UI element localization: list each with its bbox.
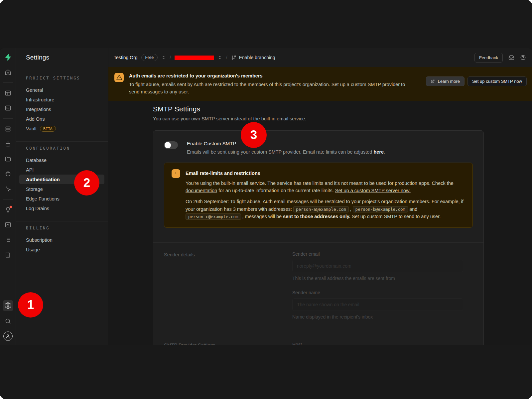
smtp-settings-page: SMTP Settings You can use your own SMTP … bbox=[108, 101, 532, 345]
table-editor-icon[interactable] bbox=[3, 88, 13, 98]
toggle-knob bbox=[165, 142, 171, 148]
banner-actions: Learn more Set up custom SMTP now bbox=[426, 76, 527, 86]
search-icon[interactable] bbox=[3, 317, 13, 326]
notification-dot bbox=[9, 205, 12, 208]
annotation-badge-1: 1 bbox=[18, 292, 43, 318]
header-actions: Feedback bbox=[474, 53, 526, 63]
sender-details-section: Sender details Sender email This is the … bbox=[153, 243, 483, 333]
email-chip: person-c@example.com bbox=[186, 213, 241, 220]
advisors-icon[interactable] bbox=[3, 205, 13, 214]
user-avatar[interactable] bbox=[3, 332, 13, 341]
sidebar-item-general[interactable]: General bbox=[19, 85, 104, 95]
rate-limits-notice: Email rate-limits and restrictions You'r… bbox=[164, 163, 473, 228]
rate-limits-title: Email rate-limits and restrictions bbox=[186, 171, 465, 176]
alert-exclamation-icon bbox=[172, 169, 180, 178]
sidebar-item-infrastructure[interactable]: Infrastructure bbox=[19, 95, 104, 104]
chevrons-up-down-icon[interactable] bbox=[217, 55, 222, 60]
setup-smtp-button[interactable]: Set up custom SMTP now bbox=[467, 76, 527, 86]
sidebar-item-log-drains[interactable]: Log Drains bbox=[19, 203, 104, 213]
reports-icon[interactable] bbox=[3, 220, 13, 229]
nav-project-settings: PROJECT SETTINGS General Infrastructure … bbox=[16, 67, 108, 133]
page-title: SMTP Settings bbox=[153, 105, 532, 113]
sidebar-item-add-ons[interactable]: Add Ons bbox=[19, 114, 104, 124]
project-name-redacted[interactable] bbox=[175, 56, 214, 60]
sidebar-item-edge-functions[interactable]: Edge Functions bbox=[19, 194, 104, 203]
smtp-settings-card: Enable Custom SMTP Emails will be sent u… bbox=[153, 130, 484, 345]
nav-billing: BILLING Subscription Usage bbox=[16, 221, 108, 254]
edge-functions-icon[interactable] bbox=[3, 169, 13, 179]
rail-divider bbox=[3, 82, 13, 83]
enable-custom-smtp-toggle[interactable] bbox=[164, 141, 178, 149]
settings-icon[interactable] bbox=[3, 300, 13, 311]
inbox-icon[interactable] bbox=[508, 55, 514, 61]
annotation-badge-3: 3 bbox=[241, 122, 267, 148]
email-chip: person-b@example.com bbox=[353, 206, 408, 212]
supabase-logo-icon[interactable] bbox=[3, 53, 13, 62]
banner-text: Auth emails are restricted to your organ… bbox=[129, 72, 421, 96]
rail-divider bbox=[3, 199, 13, 200]
external-link-icon bbox=[431, 79, 435, 83]
help-icon[interactable] bbox=[520, 55, 526, 61]
git-branch-icon bbox=[231, 55, 236, 60]
auth-restriction-banner: Auth emails are restricted to your organ… bbox=[108, 67, 532, 101]
section-label: PROJECT SETTINGS bbox=[26, 76, 108, 80]
rate-limits-link[interactable]: here bbox=[373, 149, 384, 155]
org-name[interactable]: Testing Org bbox=[114, 55, 138, 60]
sidebar-item-integrations[interactable]: Integrations bbox=[19, 104, 104, 114]
sender-name-label: Sender name bbox=[292, 290, 473, 295]
toggle-description: Emails will be sent using your custom SM… bbox=[187, 149, 385, 155]
breadcrumb-bar: Testing Org Free / / Enable branching bbox=[108, 48, 532, 67]
banner-body: To fight abuse, emails sent by Auth are … bbox=[129, 81, 415, 96]
beta-badge: BETA bbox=[40, 126, 56, 132]
sidebar-item-subscription[interactable]: Subscription bbox=[19, 235, 104, 245]
icon-rail bbox=[0, 48, 16, 345]
learn-more-button[interactable]: Learn more bbox=[426, 76, 464, 86]
rate-limits-paragraph-2: On 26th September: To fight abuse, Auth … bbox=[186, 198, 465, 220]
warning-triangle-icon bbox=[114, 73, 124, 82]
sender-email-input[interactable] bbox=[292, 260, 463, 272]
section-label: BILLING bbox=[26, 226, 108, 230]
email-chip: person-a@example.com bbox=[293, 206, 349, 212]
sender-name-help: Name displayed in the recipient's inbox bbox=[292, 314, 473, 320]
rail-divider bbox=[3, 118, 13, 119]
app-window: Settings PROJECT SETTINGS General Infras… bbox=[0, 48, 532, 345]
home-icon[interactable] bbox=[3, 67, 13, 77]
api-docs-icon[interactable] bbox=[3, 250, 13, 259]
breadcrumb-separator: / bbox=[226, 55, 227, 60]
rate-limits-paragraph-1: You're using the built-in email service.… bbox=[186, 180, 465, 195]
documentation-link[interactable]: documentation bbox=[186, 188, 217, 193]
storage-icon[interactable] bbox=[3, 154, 13, 164]
auth-icon[interactable] bbox=[3, 139, 13, 149]
smtp-provider-section: SMTP Provider Settings Host bbox=[153, 333, 483, 345]
chevrons-up-down-icon[interactable] bbox=[161, 55, 166, 60]
sidebar-title: Settings bbox=[16, 48, 108, 67]
breadcrumb: Testing Org Free / / Enable branching bbox=[114, 54, 275, 61]
enable-branching-button[interactable]: Enable branching bbox=[231, 55, 275, 60]
sql-editor-icon[interactable] bbox=[3, 103, 13, 113]
page-subtitle: You can use your own SMTP server instead… bbox=[153, 116, 532, 121]
sidebar-item-database[interactable]: Database bbox=[19, 155, 104, 165]
breadcrumb-separator: / bbox=[170, 55, 171, 60]
toggle-label: Enable Custom SMTP bbox=[187, 141, 385, 146]
annotation-badge-2: 2 bbox=[74, 170, 99, 196]
main-area: Testing Org Free / / Enable branching bbox=[108, 48, 532, 345]
section-label: CONFIGURATION bbox=[26, 146, 108, 151]
enable-smtp-section: Enable Custom SMTP Emails will be sent u… bbox=[153, 131, 483, 242]
host-label: Host bbox=[292, 342, 473, 345]
sidebar-item-vault[interactable]: Vault BETA bbox=[19, 124, 104, 133]
database-icon[interactable] bbox=[3, 124, 13, 134]
section-label: SMTP Provider Settings bbox=[164, 342, 292, 345]
sidebar-item-usage[interactable]: Usage bbox=[19, 245, 104, 254]
sender-email-label: Sender email bbox=[292, 251, 473, 257]
feedback-button[interactable]: Feedback bbox=[474, 53, 503, 63]
sender-name-input[interactable] bbox=[292, 298, 463, 311]
logs-icon[interactable] bbox=[3, 235, 13, 244]
screen: Settings PROJECT SETTINGS General Infras… bbox=[0, 0, 532, 399]
section-label: Sender details bbox=[164, 251, 292, 320]
sender-email-help: This is the email address the emails are… bbox=[292, 276, 473, 281]
realtime-icon[interactable] bbox=[3, 184, 13, 194]
setup-smtp-link[interactable]: Set up a custom SMTP server now. bbox=[335, 188, 411, 193]
plan-badge[interactable]: Free bbox=[141, 54, 158, 61]
banner-title: Auth emails are restricted to your organ… bbox=[129, 73, 421, 78]
